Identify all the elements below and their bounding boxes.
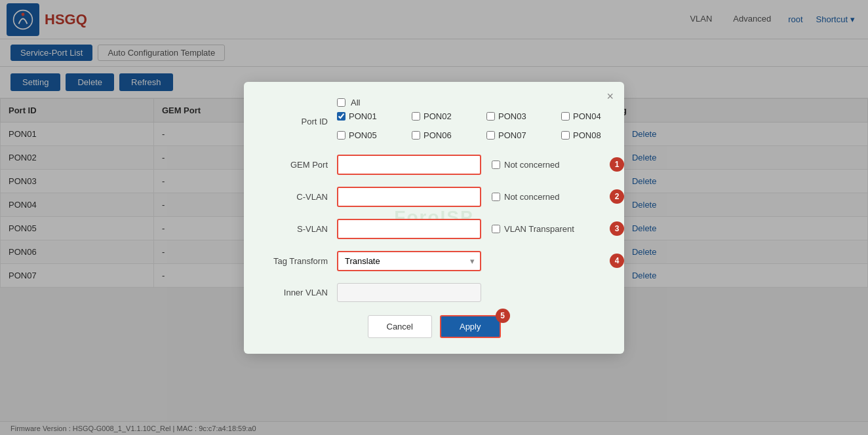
pon08-check[interactable]: PON08 (561, 130, 620, 140)
pon07-check[interactable]: PON07 (486, 130, 545, 140)
step-badge-4: 4 (610, 254, 624, 268)
gem-port-input[interactable]: 1 (337, 155, 481, 175)
port-row-2: PON05 PON06 PON07 PON08 (337, 130, 620, 140)
pon01-check[interactable]: PON01 (337, 111, 396, 121)
all-label: All (351, 98, 360, 107)
port-id-label: Port ID (265, 117, 337, 126)
pon05-check[interactable]: PON05 (337, 130, 396, 140)
svlan-label: S-VLAN (265, 224, 337, 234)
pon04-check[interactable]: PON04 (561, 111, 620, 121)
inner-vlan-input[interactable] (337, 283, 481, 288)
modal-overlay: ForoISP × Port ID All PON01 PON02 (0, 0, 868, 288)
step-badge-1: 1 (610, 157, 624, 172)
tag-transform-row: Tag Transform Translate Add Remove Trans… (265, 251, 603, 271)
cvlan-label: C-VLAN (265, 192, 337, 202)
pon03-check[interactable]: PON03 (486, 111, 545, 121)
gem-port-row: GEM Port 1 Not concerned 1 (265, 155, 603, 175)
step-badge-2: 2 (610, 189, 624, 204)
port-row-1: PON01 PON02 PON03 PON04 (337, 111, 620, 121)
inner-vlan-row: Inner VLAN (265, 283, 603, 288)
svlan-input[interactable]: 900 (337, 219, 481, 239)
gem-port-label: GEM Port (265, 160, 337, 170)
gem-port-not-concerned[interactable]: Not concerned (492, 160, 560, 170)
modal: ForoISP × Port ID All PON01 PON02 (244, 82, 624, 288)
step-badge-3: 3 (610, 221, 624, 236)
tag-transform-label: Tag Transform (265, 256, 337, 266)
all-checkbox[interactable] (337, 98, 345, 107)
port-id-row: Port ID All PON01 PON02 PON03 (265, 98, 603, 145)
modal-close-button[interactable]: × (606, 90, 614, 104)
inner-vlan-label: Inner VLAN (265, 288, 337, 288)
svlan-transparent[interactable]: VLAN Transparent (492, 224, 574, 234)
cvlan-not-concerned[interactable]: Not concerned (492, 192, 560, 202)
tag-transform-select-wrapper: Translate Add Remove Transparent (337, 251, 481, 271)
cvlan-input[interactable]: 900 (337, 187, 481, 207)
pon06-check[interactable]: PON06 (412, 130, 471, 140)
cvlan-row: C-VLAN 900 Not concerned 2 (265, 187, 603, 207)
pon02-check[interactable]: PON02 (412, 111, 471, 121)
svlan-row: S-VLAN 900 VLAN Transparent 3 (265, 219, 603, 239)
tag-transform-select[interactable]: Translate Add Remove Transparent (337, 251, 481, 271)
